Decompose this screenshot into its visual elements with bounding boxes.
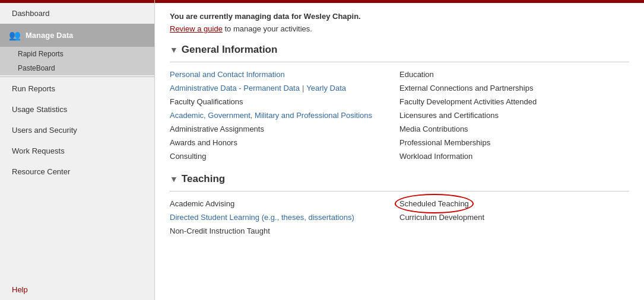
sidebar-item-work-requests[interactable]: Work Requests (0, 141, 154, 161)
section-col-teaching-left: Academic Advising Directed Student Learn… (170, 197, 399, 237)
users-icon: 👥 (9, 30, 21, 41)
section-title-general: General Information (182, 44, 278, 56)
link-awards-honors[interactable]: Awards and Honors (170, 136, 399, 149)
link-consulting[interactable]: Consulting (170, 150, 399, 162)
sidebar-item-manage-data[interactable]: 👥 Manage Data (0, 24, 154, 47)
section-divider-teaching (170, 191, 629, 192)
link-academic-govt[interactable]: Academic, Government, Military and Profe… (170, 109, 399, 122)
link-faculty-dev[interactable]: Faculty Development Activities Attended (399, 95, 629, 108)
section-header-teaching: ▼ Teaching (170, 173, 629, 185)
section-divider-general (170, 62, 629, 62)
link-admin-data[interactable]: Administrative Data - Permanent Data (170, 82, 300, 94)
link-media-contrib[interactable]: Media Contributions (399, 123, 629, 135)
section-col-general-left: Personal and Contact Information Adminis… (170, 68, 399, 162)
review-guide-line: Review a guide to manage your activities… (170, 24, 629, 33)
sidebar-item-help[interactable]: Help (0, 279, 154, 300)
sidebar-item-run-reports[interactable]: Run Reports (0, 78, 154, 99)
sidebar-item-usage-statistics[interactable]: Usage Statistics (0, 99, 154, 120)
sidebar-label-usage-statistics: Usage Statistics (12, 105, 67, 114)
section-header-general: ▼ General Information (170, 44, 629, 56)
link-admin-assign[interactable]: Administrative Assignments (170, 123, 399, 135)
sidebar-item-dashboard[interactable]: Dashboard (0, 3, 154, 24)
chevron-icon-general[interactable]: ▼ (170, 45, 178, 55)
link-workload[interactable]: Workload Information (399, 150, 629, 162)
link-faculty-qual[interactable]: Faculty Qualifications (170, 95, 399, 108)
link-admin-data-row: Administrative Data - Permanent Data|Yea… (170, 82, 399, 94)
link-scheduled-teaching[interactable]: Scheduled Teaching (399, 197, 469, 210)
link-non-credit[interactable]: Non-Credit Instruction Taught (170, 225, 399, 237)
section-teaching: ▼ Teaching Academic Advising Directed St… (170, 173, 629, 237)
review-guide-link[interactable]: Review a guide (170, 24, 223, 33)
link-licensures[interactable]: Licensures and Certifications (399, 109, 629, 122)
sidebar-item-users-security[interactable]: Users and Security (0, 120, 154, 141)
chevron-icon-teaching[interactable]: ▼ (170, 174, 178, 184)
sidebar-label-work-requests: Work Requests (12, 146, 65, 155)
link-curriculum-dev[interactable]: Curriculum Development (399, 211, 629, 224)
section-title-teaching: Teaching (182, 173, 225, 185)
sidebar-sub-pasteboard[interactable]: PasteBoard (0, 61, 154, 75)
section-grid-general: Personal and Contact Information Adminis… (170, 68, 629, 162)
sidebar-sub-rapid-reports[interactable]: Rapid Reports (0, 47, 154, 61)
sidebar-item-resource-center[interactable]: Resource Center (0, 161, 154, 182)
section-grid-teaching: Academic Advising Directed Student Learn… (170, 197, 629, 237)
sidebar-label-resource-center: Resource Center (12, 167, 70, 176)
link-education[interactable]: Education (399, 68, 629, 81)
managing-banner: You are currently managing data for Wesl… (170, 12, 629, 21)
sidebar-label-run-reports: Run Reports (12, 84, 55, 93)
sidebar-label-users-security: Users and Security (12, 126, 77, 135)
sidebar: Dashboard 👥 Manage Data Rapid Reports Pa… (0, 0, 155, 300)
sidebar-label-manage-data: Manage Data (26, 31, 73, 40)
link-academic-advising[interactable]: Academic Advising (170, 197, 399, 210)
section-col-teaching-right: Scheduled Teaching Curriculum Developmen… (399, 197, 629, 237)
section-general-information: ▼ General Information Personal and Conta… (170, 44, 629, 162)
link-directed-student[interactable]: Directed Student Learning (e.g., theses,… (170, 211, 399, 224)
sidebar-label-dashboard: Dashboard (12, 9, 50, 18)
main-content-area: You are currently managing data for Wesl… (155, 0, 644, 300)
section-col-general-right: Education External Connections and Partn… (399, 68, 629, 162)
link-personal-contact[interactable]: Personal and Contact Information (170, 68, 399, 81)
link-professional-mem[interactable]: Professional Memberships (399, 136, 629, 149)
link-yearly-data[interactable]: Yearly Data (306, 82, 346, 94)
link-external-conn[interactable]: External Connections and Partnerships (399, 82, 629, 94)
link-scheduled-teaching-wrapper: Scheduled Teaching (399, 197, 629, 210)
